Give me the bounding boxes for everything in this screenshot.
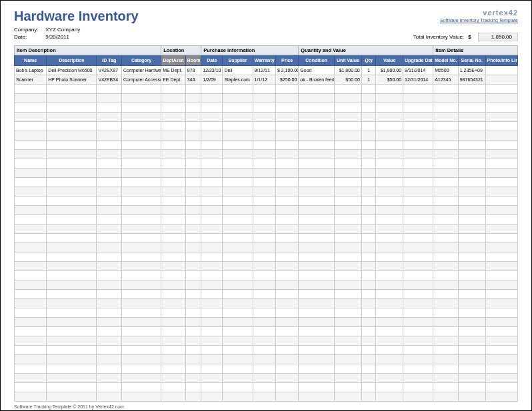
cell[interactable] <box>275 364 298 374</box>
cell[interactable] <box>458 113 485 122</box>
column-header[interactable]: Warranty Expiration <box>253 55 275 66</box>
cell[interactable] <box>201 392 223 402</box>
cell[interactable] <box>458 290 485 299</box>
cell[interactable] <box>122 346 161 355</box>
cell[interactable] <box>47 197 97 206</box>
cell[interactable] <box>433 383 459 392</box>
cell[interactable] <box>334 280 361 290</box>
cell[interactable] <box>458 197 485 206</box>
cell[interactable] <box>253 364 275 374</box>
cell[interactable] <box>485 290 517 299</box>
cell[interactable] <box>403 383 433 392</box>
cell[interactable] <box>403 262 433 271</box>
cell[interactable] <box>458 206 485 215</box>
cell[interactable] <box>122 234 161 243</box>
cell[interactable] <box>403 187 433 197</box>
cell[interactable] <box>15 169 47 178</box>
cell[interactable] <box>334 131 361 141</box>
cell[interactable] <box>201 299 223 308</box>
cell[interactable] <box>299 374 335 383</box>
column-header[interactable]: Description <box>47 55 97 66</box>
cell[interactable] <box>97 243 122 252</box>
table-row[interactable] <box>15 215 518 224</box>
cell[interactable] <box>334 141 361 150</box>
cell[interactable] <box>334 187 361 197</box>
cell[interactable] <box>161 224 186 234</box>
cell[interactable] <box>253 336 275 346</box>
cell[interactable] <box>361 262 375 271</box>
cell[interactable] <box>334 197 361 206</box>
cell[interactable] <box>201 262 223 271</box>
cell[interactable] <box>403 169 433 178</box>
cell[interactable] <box>253 308 275 318</box>
cell[interactable]: M6500 <box>433 66 459 75</box>
cell[interactable]: $50.00 <box>376 75 403 85</box>
cell[interactable] <box>403 290 433 299</box>
cell[interactable]: 1/2/09 <box>201 75 223 85</box>
cell[interactable] <box>253 392 275 402</box>
cell[interactable] <box>403 141 433 150</box>
table-row[interactable] <box>15 299 518 308</box>
cell[interactable] <box>253 94 275 103</box>
cell[interactable] <box>376 364 403 374</box>
cell[interactable] <box>201 280 223 290</box>
cell[interactable] <box>334 364 361 374</box>
cell[interactable]: 9/12/11 <box>253 66 275 75</box>
cell[interactable] <box>161 252 186 262</box>
cell[interactable] <box>485 392 517 402</box>
cell[interactable] <box>201 252 223 262</box>
column-header[interactable]: ID Tag <box>97 55 122 66</box>
cell[interactable] <box>485 187 517 197</box>
cell[interactable] <box>485 364 517 374</box>
cell[interactable] <box>403 346 433 355</box>
cell[interactable] <box>361 131 375 141</box>
cell[interactable] <box>376 85 403 94</box>
cell[interactable] <box>433 234 459 243</box>
cell[interactable] <box>275 131 298 141</box>
cell[interactable] <box>47 280 97 290</box>
cell[interactable] <box>223 159 253 169</box>
cell[interactable] <box>97 150 122 159</box>
cell[interactable] <box>201 197 223 206</box>
cell[interactable] <box>299 85 335 94</box>
cell[interactable] <box>275 94 298 103</box>
cell[interactable] <box>223 336 253 346</box>
cell[interactable] <box>223 346 253 355</box>
cell[interactable] <box>275 243 298 252</box>
cell[interactable] <box>485 299 517 308</box>
cell[interactable]: HP Photo Scanner <box>47 75 97 85</box>
cell[interactable] <box>47 374 97 383</box>
cell[interactable] <box>223 206 253 215</box>
cell[interactable] <box>361 308 375 318</box>
cell[interactable] <box>403 224 433 234</box>
cell[interactable] <box>185 85 201 94</box>
table-row[interactable] <box>15 206 518 215</box>
cell[interactable] <box>299 131 335 141</box>
cell[interactable]: A12345 <box>433 75 459 85</box>
cell[interactable] <box>275 318 298 327</box>
cell[interactable]: $250.00 <box>275 75 298 85</box>
column-header[interactable]: Price <box>275 55 298 66</box>
cell[interactable] <box>376 197 403 206</box>
cell[interactable] <box>253 113 275 122</box>
cell[interactable] <box>334 252 361 262</box>
cell[interactable] <box>361 206 375 215</box>
cell[interactable] <box>201 243 223 252</box>
cell[interactable] <box>275 197 298 206</box>
cell[interactable] <box>223 224 253 234</box>
cell[interactable] <box>47 150 97 159</box>
cell[interactable] <box>223 187 253 197</box>
cell[interactable] <box>361 392 375 402</box>
cell[interactable] <box>403 94 433 103</box>
cell[interactable] <box>334 122 361 131</box>
cell[interactable] <box>161 94 186 103</box>
cell[interactable] <box>485 169 517 178</box>
cell[interactable] <box>334 383 361 392</box>
cell[interactable] <box>275 169 298 178</box>
cell[interactable] <box>185 178 201 187</box>
cell[interactable] <box>433 318 459 327</box>
cell[interactable] <box>185 197 201 206</box>
cell[interactable] <box>15 336 47 346</box>
cell[interactable] <box>458 224 485 234</box>
cell[interactable] <box>299 308 335 318</box>
